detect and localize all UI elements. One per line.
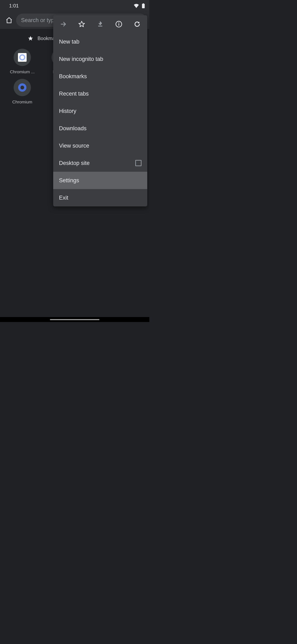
menu-item-label: Settings: [59, 177, 79, 184]
wifi-icon: [134, 4, 139, 8]
svg-rect-1: [143, 3, 144, 4]
shortcut-label: Chromium: [12, 100, 32, 104]
svg-rect-0: [142, 4, 145, 8]
bookmark-button[interactable]: [73, 15, 90, 33]
svg-rect-6: [98, 26, 102, 27]
shortcut-item[interactable]: Chromium: [6, 79, 39, 104]
menu-desktop-site[interactable]: Desktop site: [53, 154, 147, 172]
status-bar: 1:01: [0, 0, 149, 12]
svg-rect-8: [118, 24, 119, 26]
menu-exit[interactable]: Exit: [53, 189, 147, 206]
menu-view-source[interactable]: View source: [53, 137, 147, 154]
menu-item-label: New incognito tab: [59, 56, 103, 62]
menu-item-label: Bookmarks: [59, 73, 87, 80]
status-icons: [134, 3, 145, 8]
menu-recent-tabs[interactable]: Recent tabs: [53, 85, 147, 102]
battery-icon: [142, 3, 145, 8]
overflow-menu: New tab New incognito tab Bookmarks Rece…: [53, 15, 147, 206]
shortcut-item[interactable]: Chromium ...: [6, 49, 39, 74]
home-button[interactable]: [3, 14, 15, 26]
desktop-site-checkbox[interactable]: [135, 160, 141, 166]
menu-item-label: Downloads: [59, 125, 87, 132]
menu-new-tab[interactable]: New tab: [53, 33, 147, 50]
info-button[interactable]: [110, 15, 128, 33]
menu-item-label: View source: [59, 143, 89, 149]
menu-item-label: Exit: [59, 195, 68, 201]
menu-downloads[interactable]: Downloads: [53, 120, 147, 137]
gesture-nav-bar[interactable]: [0, 317, 149, 322]
menu-new-incognito[interactable]: New incognito tab: [53, 50, 147, 68]
status-time: 1:01: [9, 3, 19, 9]
menu-settings[interactable]: Settings: [53, 172, 147, 189]
shortcut-icon: [13, 49, 31, 66]
svg-point-9: [118, 22, 119, 23]
refresh-button[interactable]: [128, 15, 146, 33]
gesture-pill: [50, 319, 99, 320]
download-button[interactable]: [91, 15, 109, 33]
menu-icon-row: [53, 15, 147, 33]
shortcut-icon: [13, 79, 31, 96]
menu-item-label: Recent tabs: [59, 90, 89, 97]
menu-history[interactable]: History: [53, 102, 147, 120]
star-filled-icon: [28, 36, 33, 41]
menu-item-label: History: [59, 108, 76, 114]
forward-button[interactable]: [54, 15, 72, 33]
menu-bookmarks[interactable]: Bookmarks: [53, 68, 147, 85]
menu-item-label: New tab: [59, 38, 79, 45]
svg-point-5: [20, 86, 24, 90]
menu-item-label: Desktop site: [59, 160, 90, 166]
shortcut-label: Chromium ...: [10, 69, 35, 74]
